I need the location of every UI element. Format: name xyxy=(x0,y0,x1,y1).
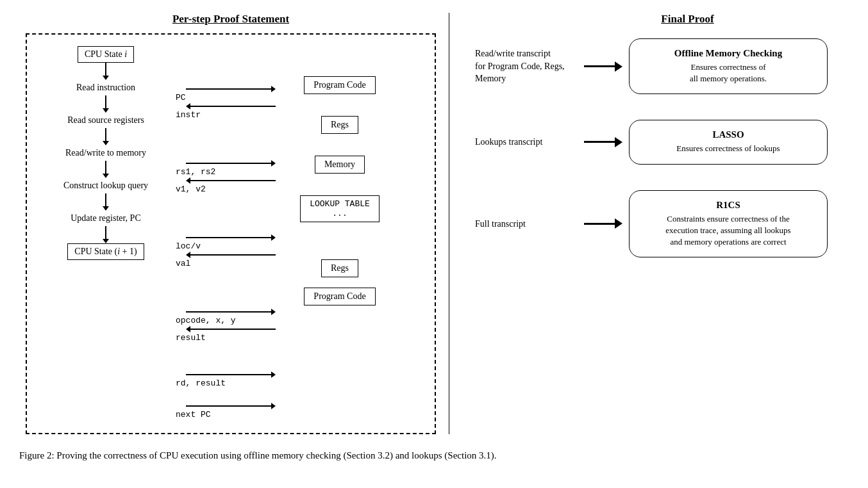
arrow-label-nextpc: next PC xyxy=(173,410,211,419)
box-memory: Memory xyxy=(315,156,365,174)
box-r1cs-title: R1CS xyxy=(642,200,814,211)
arrow-3 xyxy=(103,128,109,145)
inner-flow: CPU State i Read instruction Read xyxy=(38,46,419,421)
big-arrow-r1cs xyxy=(584,218,622,229)
arrow-group-6: next PC xyxy=(173,402,288,419)
proof-item-r1cs: Full transcript R1CS Constraints ensure … xyxy=(475,190,828,258)
box-regs-1: Regs xyxy=(321,116,358,134)
proof-label-r1cs: Full transcript xyxy=(475,218,578,231)
arrow-group-5: rd, result xyxy=(173,371,288,388)
arrow-label-v1v2: v1, v2 xyxy=(173,184,206,194)
step-5: Update register, PC xyxy=(71,211,140,226)
step-2: Read source registers xyxy=(67,113,144,128)
box-program-code-1: Program Code xyxy=(304,76,375,94)
box-lasso: LASSO Ensures correctness of lookups xyxy=(629,120,828,164)
arrow-label-result: result xyxy=(173,333,206,343)
arrow-label-opcode: opcode, x, y xyxy=(173,316,236,325)
box-offline-memory: Offline Memory Checking Ensures correctn… xyxy=(629,38,828,94)
arrow-2 xyxy=(103,95,109,113)
big-arrow-memory xyxy=(584,61,622,72)
arrow-label-locv: loc/v xyxy=(173,241,201,251)
mid-col: PC instr xyxy=(173,46,288,421)
box-lookup-table: LOOKUP TABLE ... xyxy=(300,195,380,222)
proof-label-memory: Read/write transcript for Program Code, … xyxy=(475,47,578,85)
box-offline-memory-desc: Ensures correctness of all memory operat… xyxy=(642,61,814,85)
right-title: Final Proof xyxy=(661,13,714,26)
box-r1cs: R1CS Constraints ensure correctness of t… xyxy=(629,190,828,258)
arrow-group-2: rs1, rs2 v1, v2 xyxy=(173,159,288,194)
cpu-state-bottom: CPU State (i + 1) xyxy=(67,243,144,260)
arrow-label-rd: rd, result xyxy=(173,378,226,388)
box-r1cs-desc: Constraints ensure correctness of the ex… xyxy=(642,213,814,248)
pipeline-col: CPU State i Read instruction Read xyxy=(38,46,173,421)
proof-item-memory: Read/write transcript for Program Code, … xyxy=(475,38,828,94)
arrow-label-instr: instr xyxy=(173,110,201,120)
arrow-label-rs: rs1, rs2 xyxy=(173,167,215,177)
big-arrow-lasso xyxy=(584,137,622,147)
arrow-5 xyxy=(103,193,109,211)
main-container: Per-step Proof Statement CPU State i xyxy=(19,13,849,463)
proof-label-lasso: Lookups transcript xyxy=(475,136,578,149)
right-boxes-col: Program Code Regs Memory LOOKUP TABLE ..… xyxy=(288,46,391,421)
figure-caption: Figure 2: Proving the correctness of CPU… xyxy=(19,448,846,463)
arrow-6 xyxy=(103,226,109,243)
arrow-label-pc: PC xyxy=(173,93,186,102)
arrow-group-3: loc/v val xyxy=(173,234,288,268)
box-lasso-title: LASSO xyxy=(642,129,814,140)
left-panel: Per-step Proof Statement CPU State i xyxy=(19,13,442,434)
left-title: Per-step Proof Statement xyxy=(172,13,289,26)
arrow-group-4: opcode, x, y result xyxy=(173,308,288,343)
arrow-label-val: val xyxy=(173,259,190,268)
arrow-1 xyxy=(103,63,109,80)
step-4: Construct lookup query xyxy=(63,178,148,193)
right-panel: Final Proof Read/write transcript for Pr… xyxy=(456,13,849,283)
dashed-box: CPU State i Read instruction Read xyxy=(26,33,436,434)
proof-item-lasso: Lookups transcript LASSO Ensures correct… xyxy=(475,120,828,164)
cpu-state-top: CPU State i xyxy=(78,46,134,63)
box-program-code-2: Program Code xyxy=(304,288,375,305)
step-3: Read/write to memory xyxy=(65,145,146,161)
vertical-divider xyxy=(449,13,449,434)
arrow-4 xyxy=(103,161,109,178)
box-lasso-desc: Ensures correctness of lookups xyxy=(642,143,814,154)
diagrams-row: Per-step Proof Statement CPU State i xyxy=(19,13,849,434)
step-1: Read instruction xyxy=(76,80,135,95)
arrow-group-1: PC instr xyxy=(173,85,288,120)
box-regs-2: Regs xyxy=(321,259,358,277)
box-offline-memory-title: Offline Memory Checking xyxy=(642,48,814,59)
